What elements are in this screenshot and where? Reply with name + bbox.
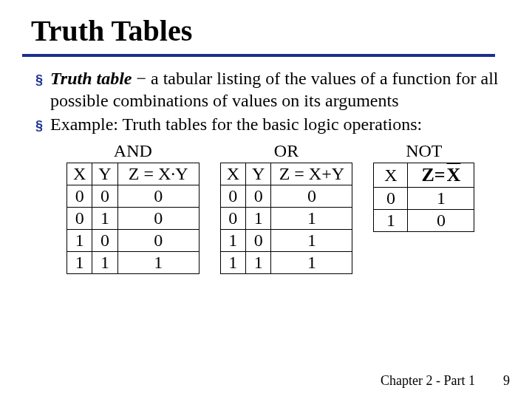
cell: 1 <box>220 252 245 274</box>
bullet-2: § Example: Truth tables for the basic lo… <box>35 113 510 135</box>
table-row: 100 <box>67 230 200 252</box>
not-z-var: X <box>447 164 461 186</box>
cell: 1 <box>246 208 271 230</box>
not-table: X Z=X 01 10 <box>373 163 474 232</box>
cell: 1 <box>117 252 199 274</box>
footer: Chapter 2 - Part 1 9 <box>381 373 510 389</box>
table-row: 01 <box>374 188 474 210</box>
table-row: 010 <box>67 208 200 230</box>
cell: 0 <box>220 185 245 208</box>
bullet-icon: § <box>35 117 43 134</box>
tables-row: AND X Y Z = X·Y 000 010 100 111 OR X Y Z… <box>66 141 510 274</box>
cell: 0 <box>117 230 199 252</box>
cell: 0 <box>246 185 271 208</box>
col-y: Y <box>92 163 117 185</box>
footer-chapter: Chapter 2 - Part 1 <box>381 373 475 389</box>
cell: 0 <box>408 210 474 232</box>
table-row: 10 <box>374 210 474 232</box>
cell: 0 <box>117 185 199 208</box>
not-title: NOT <box>406 141 442 161</box>
and-table-wrap: AND X Y Z = X·Y 000 010 100 111 <box>66 141 200 274</box>
and-table: X Y Z = X·Y 000 010 100 111 <box>66 163 200 274</box>
not-table-wrap: NOT X Z=X 01 10 <box>373 141 474 232</box>
table-row: 011 <box>220 208 352 230</box>
cell: 0 <box>67 185 92 208</box>
cell: 1 <box>67 230 92 252</box>
bullet-icon: § <box>35 72 43 89</box>
cell: 1 <box>220 230 245 252</box>
cell: 1 <box>374 210 408 232</box>
bullet-1-text: Truth table − a tabular listing of the v… <box>50 67 510 112</box>
table-row: 111 <box>67 252 200 274</box>
cell: 0 <box>246 230 271 252</box>
cell: 1 <box>67 252 92 274</box>
cell: 0 <box>92 230 117 252</box>
not-z-prefix: Z= <box>421 164 445 186</box>
col-z: Z=X <box>408 163 474 188</box>
cell: 1 <box>271 252 352 274</box>
table-row: X Y Z = X·Y <box>67 163 200 185</box>
cell: 1 <box>246 252 271 274</box>
col-y: Y <box>246 163 271 185</box>
or-table-wrap: OR X Y Z = X+Y 000 011 101 111 <box>220 141 353 274</box>
not-header-eq: Z=X <box>421 164 460 186</box>
cell: 1 <box>271 230 352 252</box>
cell: 0 <box>374 188 408 210</box>
and-title: AND <box>114 141 152 161</box>
cell: 1 <box>92 252 117 274</box>
cell: 1 <box>92 208 117 230</box>
bullet-2-text: Example: Truth tables for the basic logi… <box>50 113 510 135</box>
bullet-list: § Truth table − a tabular listing of the… <box>35 67 510 135</box>
table-row: 111 <box>220 252 352 274</box>
table-row: 000 <box>67 185 200 208</box>
cell: 1 <box>271 208 352 230</box>
table-row: 000 <box>220 185 352 208</box>
table-row: X Z=X <box>374 163 474 188</box>
col-z: Z = X+Y <box>271 163 352 185</box>
footer-page: 9 <box>503 373 510 389</box>
bullet-1: § Truth table − a tabular listing of the… <box>35 67 510 112</box>
table-row: 101 <box>220 230 352 252</box>
or-table: X Y Z = X+Y 000 011 101 111 <box>220 163 353 274</box>
cell: 1 <box>408 188 474 210</box>
title-underline <box>22 54 495 57</box>
page-title: Truth Tables <box>31 13 510 48</box>
slide: Truth Tables § Truth table − a tabular l… <box>0 0 532 399</box>
col-x: X <box>374 163 408 188</box>
col-z: Z = X·Y <box>117 163 199 185</box>
cell: 0 <box>67 208 92 230</box>
col-x: X <box>67 163 92 185</box>
or-title: OR <box>274 141 299 161</box>
term-truth-table: Truth table <box>50 69 132 88</box>
cell: 0 <box>117 208 199 230</box>
cell: 0 <box>271 185 352 208</box>
table-row: X Y Z = X+Y <box>220 163 352 185</box>
cell: 0 <box>220 208 245 230</box>
cell: 0 <box>92 185 117 208</box>
col-x: X <box>220 163 245 185</box>
